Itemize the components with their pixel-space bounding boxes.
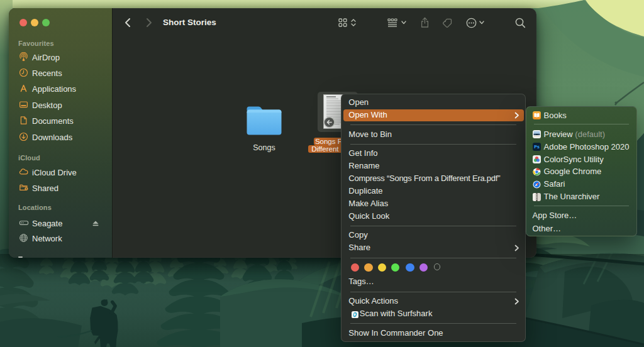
svg-text:Ps: Ps bbox=[535, 145, 540, 149]
